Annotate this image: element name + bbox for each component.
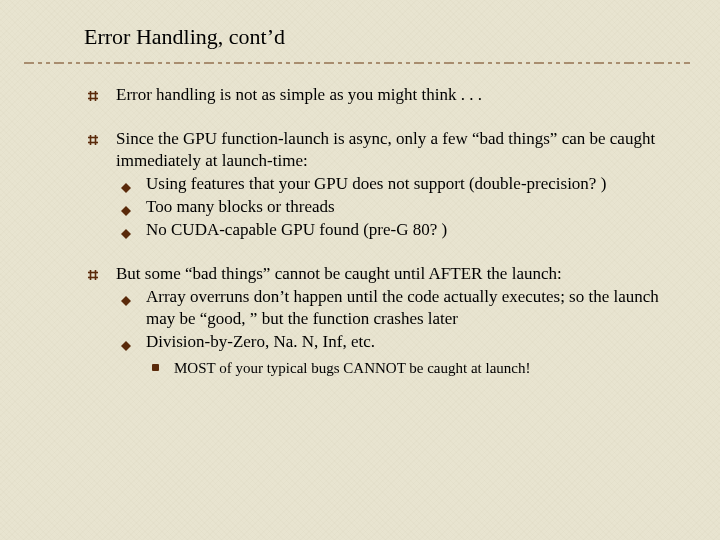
sub-list-item-text: Array overruns don’t happen until the co…: [146, 287, 659, 328]
sub-list-item-text: No CUDA-capable GPU found (pre-G 80? ): [146, 220, 447, 239]
svg-marker-9: [121, 183, 131, 193]
svg-marker-10: [121, 206, 131, 216]
title-divider: [24, 59, 690, 69]
sub-list-item: No CUDA-capable GPU found (pre-G 80? ): [120, 219, 680, 241]
sub-list-item: Too many blocks or threads: [120, 196, 680, 218]
list-item: Error handling is not as simple as you m…: [86, 84, 680, 106]
sub-list-item: Array overruns don’t happen until the co…: [120, 286, 680, 330]
svg-marker-16: [121, 296, 131, 306]
sub-list-item-text: Too many blocks or threads: [146, 197, 335, 216]
diamond-bullet-icon: [120, 291, 132, 303]
sub-list: Array overruns don’t happen until the co…: [116, 286, 680, 378]
diamond-bullet-icon: [120, 178, 132, 190]
diamond-bullet-icon: [120, 201, 132, 213]
svg-marker-17: [121, 341, 131, 351]
note-list: MOST of your typical bugs CANNOT be caug…: [116, 359, 680, 379]
list-item-text: But some “bad things” cannot be caught u…: [116, 263, 680, 285]
square-bullet-icon: [152, 364, 159, 371]
slide: Error Handling, cont’d Error handling is…: [0, 0, 720, 420]
sub-list-item: Division-by-Zero, Na. N, Inf, etc.: [120, 331, 680, 353]
list-item: But some “bad things” cannot be caught u…: [86, 263, 680, 379]
diamond-bullet-icon: [120, 336, 132, 348]
sub-list: Using features that your GPU does not su…: [116, 173, 680, 240]
hash-bullet-icon: [86, 87, 100, 101]
note-text: MOST of your typical bugs CANNOT be caug…: [174, 360, 530, 376]
page-title: Error Handling, cont’d: [84, 24, 680, 50]
list-item: Since the GPU function-launch is async, …: [86, 128, 680, 241]
diamond-bullet-icon: [120, 224, 132, 236]
sub-list-item: Using features that your GPU does not su…: [120, 173, 680, 195]
list-item-text: Error handling is not as simple as you m…: [116, 84, 680, 106]
note-item: MOST of your typical bugs CANNOT be caug…: [152, 359, 680, 379]
sub-list-item-text: Using features that your GPU does not su…: [146, 174, 606, 193]
list-item-text: Since the GPU function-launch is async, …: [116, 128, 680, 172]
hash-bullet-icon: [86, 131, 100, 145]
content: Error handling is not as simple as you m…: [86, 84, 680, 378]
hash-bullet-icon: [86, 266, 100, 280]
svg-marker-11: [121, 229, 131, 239]
sub-list-item-text: Division-by-Zero, Na. N, Inf, etc.: [146, 332, 375, 351]
